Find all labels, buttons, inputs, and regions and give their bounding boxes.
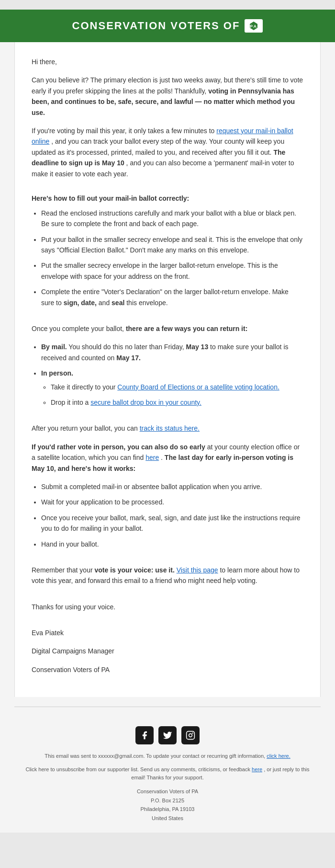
para4: After you return your ballot, you can tr… xyxy=(32,423,303,434)
list-item: By mail. You should do this no later tha… xyxy=(41,342,303,363)
list-item: Hand in your ballot. xyxy=(41,539,303,549)
address-line2: P.O. Box 2125 xyxy=(19,796,316,805)
signature-org: Conservation Voters of PA xyxy=(32,664,303,675)
footer: This email was sent to xxxxxx@gmail.com.… xyxy=(0,717,335,833)
footer-address: Conservation Voters of PA P.O. Box 2125 … xyxy=(19,787,316,823)
svg-point-3 xyxy=(189,734,192,737)
email-content: Hi there, Can you believe it? The primar… xyxy=(14,42,321,697)
update-contact-link[interactable]: click here. xyxy=(267,753,290,759)
para3: Once you complete your ballot, there are… xyxy=(32,323,303,334)
address-line3: Philadelphia, PA 19103 xyxy=(19,805,316,814)
social-icons xyxy=(19,726,316,744)
twitter-icon[interactable] xyxy=(158,726,177,744)
closing: Thanks for using your voice. xyxy=(32,602,303,612)
keystone-icon: PA xyxy=(249,21,258,31)
svg-text:PA: PA xyxy=(250,24,257,29)
track-status-link[interactable]: track its status here. xyxy=(140,424,200,432)
para5: If you'd rather vote in person, you can … xyxy=(32,442,303,474)
para1: Can you believe it? The primary election… xyxy=(32,75,303,118)
list-item: Take it directly to your County Board of… xyxy=(51,382,303,392)
email-wrapper: CONSERVATION VOTERS OF PA Hi there, Can … xyxy=(0,10,335,833)
facebook-icon[interactable] xyxy=(135,726,154,744)
svg-point-4 xyxy=(192,733,193,733)
signature-title: Digital Campaigns Manager xyxy=(32,646,303,656)
footer-text2: Click here to unsubscribe from our suppo… xyxy=(19,765,316,782)
address-line4: United States xyxy=(19,814,316,823)
drop-box-link[interactable]: secure ballot drop box in your county. xyxy=(90,399,201,406)
in-person-steps-list: Submit a completed mail-in or absentee b… xyxy=(41,481,303,549)
pa-logo: PA xyxy=(245,19,263,33)
section1-heading: Here's how to fill out your mail-in ball… xyxy=(32,194,303,202)
in-person-subitems: Take it directly to your County Board of… xyxy=(51,382,303,408)
visit-page-link[interactable]: Visit this page xyxy=(177,566,218,574)
header: CONSERVATION VOTERS OF PA xyxy=(0,10,335,42)
list-item: Drop it into a secure ballot drop box in… xyxy=(51,397,303,408)
list-item: Put your ballot in the smaller secrecy e… xyxy=(41,234,303,256)
list-item: Put the smaller secrecy envelope in the … xyxy=(41,260,303,282)
divider xyxy=(14,707,321,707)
header-title: CONSERVATION VOTERS OF PA xyxy=(72,19,263,33)
list-item: In person. Take it directly to your Coun… xyxy=(41,368,303,408)
feedback-link[interactable]: here xyxy=(252,766,262,772)
para2: If you're voting by mail this year, it o… xyxy=(32,126,303,179)
para6: Remember that your vote is your voice: u… xyxy=(32,565,303,586)
instagram-icon[interactable] xyxy=(181,726,200,744)
ballot-instructions-list: Read the enclosed instructions carefully… xyxy=(41,208,303,308)
list-item: Wait for your application to be processe… xyxy=(41,497,303,507)
satellite-location-link[interactable]: here xyxy=(145,454,159,461)
org-name: CONSERVATION VOTERS OF xyxy=(72,20,240,32)
address-line1: Conservation Voters of PA xyxy=(19,787,316,796)
list-item: Once you receive your ballot, mark, seal… xyxy=(41,513,303,534)
list-item: Submit a completed mail-in or absentee b… xyxy=(41,481,303,492)
footer-text: This email was sent to xxxxxx@gmail.com.… xyxy=(19,752,316,761)
list-item: Complete the entire "Voter's Declaration… xyxy=(41,286,303,308)
list-item: Read the enclosed instructions carefully… xyxy=(41,208,303,229)
return-methods-list: By mail. You should do this no later tha… xyxy=(41,342,303,408)
county-board-link[interactable]: County Board of Elections or a satellite… xyxy=(117,383,279,391)
signature-name: Eva Piatek xyxy=(32,628,303,638)
greeting: Hi there, xyxy=(32,57,303,67)
svg-rect-2 xyxy=(187,731,195,740)
